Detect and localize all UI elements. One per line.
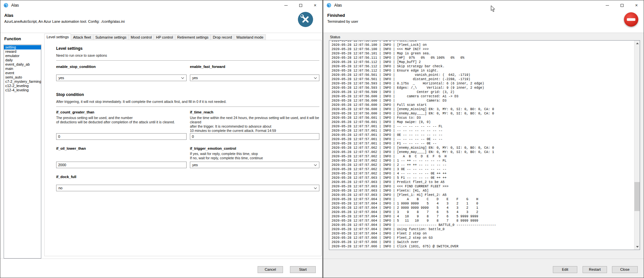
label-if-trigger-emotion-control: if_trigger_emotion_control	[190, 146, 236, 150]
log-line: 2020-05-28 12:07:57.061 | INFO | -- -- -…	[332, 124, 634, 129]
scroll-down-button[interactable]	[634, 244, 640, 250]
mouse-cursor	[491, 5, 495, 12]
minimize-icon	[606, 5, 609, 6]
select-enable-stop-condition[interactable]: yes	[56, 75, 187, 81]
desc-line: Use the time within the next 24 hours, t…	[190, 116, 319, 124]
log-line: 2020-05-28 12:07:56.561 | INFO | vanish_…	[332, 73, 634, 77]
scroll-up-button[interactable]	[634, 41, 640, 46]
divider	[56, 60, 319, 61]
scrollbar-thumb[interactable]	[634, 182, 640, 211]
log-line: 2020-05-28 12:07:57.062 | INFO | 4 -- --…	[332, 171, 634, 176]
log-lines: 2020-05-28 12:07:56.100 | INFO | fleet_l…	[332, 40, 634, 249]
function-listbox[interactable]: settingrewardemulatordailyevent_daily_ab…	[4, 45, 41, 259]
section-desc-level-settings: Need to run once to save options	[56, 53, 107, 57]
close-button[interactable]: ×	[629, 0, 644, 10]
log-line: 2020-05-28 12:07:56.600 | INFO | camera …	[332, 94, 634, 99]
function-list-item[interactable]: emulator	[4, 54, 41, 58]
desc-line: If no, wait for reply, complete this tim…	[190, 156, 319, 160]
section-heading-level-settings: Level settings	[56, 46, 83, 51]
input-if-oil-lower-than[interactable]	[56, 162, 187, 168]
function-list-item[interactable]: semi_auto	[4, 75, 41, 79]
log-line: 2020-05-28 12:07:56.601 | INFO | Map swi…	[332, 120, 634, 124]
log-line: 2020-05-28 12:07:56.600 | INFO | Camera:…	[332, 99, 634, 103]
log-line: 2020-05-28 12:07:57.063 | INFO | Predict…	[332, 180, 634, 184]
settings-tab[interactable]: Attack fleet	[71, 34, 93, 40]
log-line: 2020-05-28 12:07:57.064 | INFO | 5 11 10…	[332, 219, 634, 223]
function-list-item[interactable]: daily	[4, 58, 41, 62]
stop-icon	[624, 12, 639, 27]
settings-tab[interactable]: Wasteland mode	[234, 34, 266, 40]
select-enable-fast-forward[interactable]: yes	[190, 75, 319, 81]
label-enable-stop-condition: enable_stop_condition	[56, 65, 96, 69]
maximize-button[interactable]	[615, 0, 629, 10]
log-line: 2020-05-28 12:07:57.063 | INFO | [Fleet_…	[332, 193, 634, 197]
function-label: Function	[4, 37, 21, 41]
footer-divider	[0, 259, 322, 259]
desc-if-trigger-emotion-control: If yes, wait for reply, complete this ti…	[190, 152, 319, 160]
log-line: 2020-05-28 12:07:57.061 | INFO | F1 -- -…	[332, 141, 634, 146]
triangle-up-icon	[636, 43, 639, 44]
close-window-button[interactable]: Close	[612, 266, 638, 273]
select-if-dock-full[interactable]: no	[56, 185, 319, 191]
settings-tab[interactable]: Drop record	[210, 34, 234, 40]
input-if-count-greater-than[interactable]	[56, 133, 187, 140]
log-line: 2020-05-28 12:07:56.112 | INFO | [Map_bu…	[332, 60, 634, 64]
close-button[interactable]: ×	[308, 0, 322, 10]
minimize-button[interactable]	[279, 0, 293, 10]
chevron-down-icon	[181, 76, 184, 79]
function-list-item[interactable]: event	[4, 71, 41, 75]
log-line: 2020-05-28 12:07:56.100 | INFO | <<< MAP…	[332, 47, 634, 51]
desc-line: after the trigger. It is recommended to …	[190, 124, 319, 129]
settings-tab[interactable]: Retirement settings	[175, 34, 211, 40]
select-value: yes	[192, 163, 198, 167]
cancel-button[interactable]: Cancel	[258, 266, 283, 273]
log-line: 2020-05-28 12:07:57.061 | INFO | -- -- -…	[332, 137, 634, 141]
function-list-item[interactable]: c12-2_leveling	[4, 84, 41, 88]
edit-button[interactable]: Edit	[553, 266, 577, 273]
maximize-icon	[299, 4, 302, 7]
function-list-item[interactable]: c7-2_mystery_farming	[4, 79, 41, 84]
settings-tab[interactable]: HP control	[154, 34, 175, 40]
log-line: 2020-05-28 12:07:56.100 | INFO | [Fleet_…	[332, 43, 634, 47]
log-line: 2020-05-28 12:07:56.100 | INFO | fleet_l…	[332, 40, 634, 43]
chevron-down-icon	[314, 186, 317, 189]
run-status-title: Finished	[327, 13, 345, 18]
minimize-button[interactable]	[600, 0, 615, 10]
restart-button[interactable]: Restart	[583, 266, 607, 273]
label-if-time-reach: if_time_reach	[190, 110, 213, 114]
section-desc-stop-condition: After triggering, it will not stop immed…	[56, 100, 317, 104]
log-line: 2020-05-28 12:07:56.593 | INFO | Edges: …	[332, 86, 634, 90]
minimize-icon	[284, 5, 288, 6]
log-line: 2020-05-28 12:07:57.061 | INFO | -- -- -…	[332, 129, 634, 133]
function-list-item[interactable]: main	[4, 67, 41, 71]
log-line: 2020-05-28 12:07:57.062 | INFO | [enemy_…	[332, 150, 634, 154]
log-line: 2020-05-28 12:07:57.064 | INFO | -------…	[332, 223, 634, 227]
run-status-header: Finished Terminated by user	[323, 10, 644, 33]
log-line: 2020-05-28 12:07:57.064 | INFO | Fleet 2…	[332, 232, 634, 236]
input-if-time-reach[interactable]	[190, 133, 319, 140]
desc-line: 10 minutes to complete the current attac…	[190, 129, 319, 133]
log-line: 2020-05-28 12:07:57.062 | INFO | 1 -- ++…	[332, 159, 634, 163]
log-line: 2020-05-28 12:07:57.062 | INFO | [enemy_…	[332, 146, 634, 150]
settings-tab[interactable]: Submarine settings	[93, 34, 129, 40]
maximize-button[interactable]	[293, 0, 308, 10]
function-list-item[interactable]: reward	[4, 49, 41, 54]
status-label: Status	[330, 35, 340, 39]
log-line: 2020-05-28 12:07:56.601 | INFO | Focus t…	[332, 116, 634, 120]
start-button[interactable]: Start	[290, 266, 316, 273]
settings-tab[interactable]: Level settings	[44, 34, 71, 40]
log-scrollbar[interactable]	[634, 41, 640, 250]
select-if-trigger-emotion-control[interactable]: yes	[190, 162, 319, 168]
log-line: 2020-05-28 12:07:57.062 | INFO | A B C D…	[332, 154, 634, 159]
function-list-item[interactable]: event_daily_ab	[4, 62, 41, 67]
function-list-item[interactable]: setting	[4, 45, 41, 49]
titlebar[interactable]: Alas ×	[0, 0, 322, 10]
log-line: 2020-05-28 12:07:56.101 | INFO | Map is …	[332, 51, 634, 56]
log-output-box[interactable]: 2020-05-28 12:07:56.100 | INFO | fleet_l…	[329, 40, 640, 250]
settings-tab[interactable]: Mood control	[128, 34, 154, 40]
window-title: Alas	[11, 3, 19, 8]
alas-logo-icon	[326, 3, 332, 8]
desc-line: The previous setting will be used, and t…	[56, 116, 195, 120]
titlebar[interactable]: Alas ×	[323, 0, 644, 10]
function-list-item[interactable]: c12-4_leveling	[4, 88, 41, 92]
